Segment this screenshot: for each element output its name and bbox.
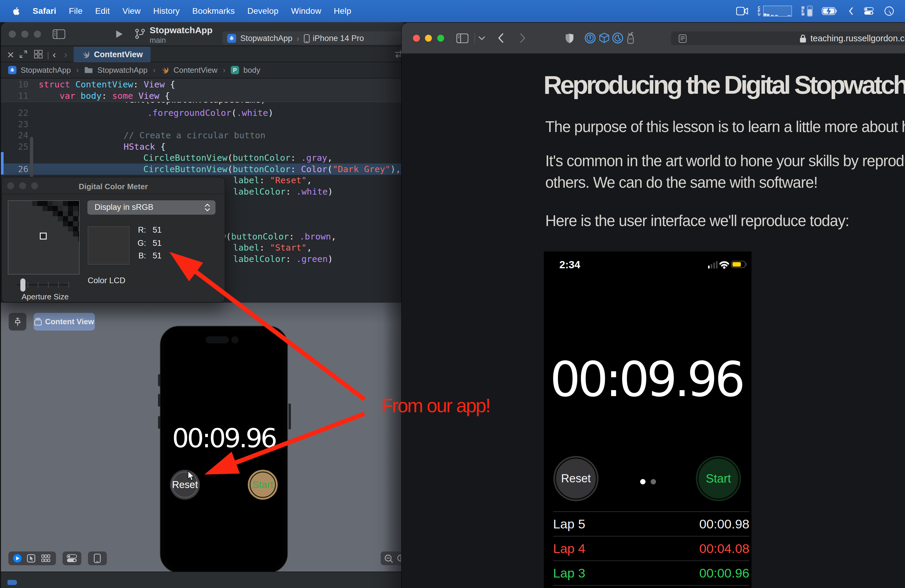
close-button[interactable] [9, 30, 16, 38]
jumpbar-item-file[interactable]: ContentView [173, 65, 218, 75]
safari-sidebar-icon[interactable] [456, 33, 468, 43]
code-line[interactable]: 24// Create a circular button [1, 130, 407, 141]
rgb-label: B: [133, 251, 146, 261]
forward-button[interactable] [519, 33, 526, 43]
lap-time: 00:04.08 [699, 541, 749, 556]
selectable-mode-button[interactable] [27, 554, 35, 563]
onepassword-icon[interactable] [585, 33, 595, 43]
video-camera-icon[interactable] [736, 7, 748, 15]
privacy-shield-icon[interactable] [565, 33, 574, 44]
jumpbar-item-project[interactable]: StopwatchApp [21, 65, 71, 75]
slider-thumb[interactable] [21, 278, 25, 292]
variants-mode-button[interactable] [41, 554, 50, 563]
aperture-size-label: Aperture Size [22, 292, 69, 302]
line-number: 10 [1, 79, 29, 90]
close-tab-icon[interactable]: ✕ [7, 50, 14, 60]
icon-graphic [34, 50, 43, 59]
code-line[interactable]: 11var body: some View { [1, 90, 407, 102]
menu-window[interactable]: Window [291, 6, 321, 16]
menu-file[interactable]: File [69, 6, 83, 16]
minimize-button[interactable] [21, 30, 29, 38]
zoom-out-button[interactable] [384, 554, 393, 563]
scheme-chevron: › [297, 34, 299, 43]
compass-icon[interactable] [884, 6, 894, 16]
menu-bookmarks[interactable]: Bookmarks [192, 6, 235, 16]
page-dot-active[interactable] [640, 479, 646, 485]
stopwatch-start-button[interactable]: Start [696, 456, 741, 501]
breakpoint-badge[interactable] [8, 580, 17, 585]
code-line[interactable]: 23 [1, 119, 407, 130]
icon-graphic [13, 554, 22, 563]
tabbar-divider: | [47, 50, 49, 60]
jumpbar-item-folder[interactable]: StopwatchApp [97, 65, 148, 75]
sidebar-chevron-icon[interactable] [478, 36, 486, 41]
preview-device-button[interactable] [88, 551, 107, 565]
menu-help[interactable]: Help [334, 6, 351, 16]
run-button[interactable] [115, 30, 124, 38]
device-settings-button[interactable] [62, 551, 81, 565]
meter-titlebar-separator [2, 194, 225, 194]
url-display[interactable]: teaching.russellgordon.ca [800, 33, 905, 43]
slider-tick [48, 282, 49, 288]
tab-contentview[interactable]: ContentView [74, 47, 151, 62]
line-number: 22 [1, 107, 29, 119]
code-line[interactable]: 25HStack { [1, 141, 407, 153]
colorspace-dropdown[interactable]: Display in sRGB [87, 200, 216, 215]
back-nav-icon[interactable]: ‹ [53, 49, 56, 60]
branch-icon [135, 28, 145, 40]
grid-icon[interactable] [34, 50, 43, 59]
apple-menu-icon[interactable] [12, 6, 20, 16]
stopwatch-reset-button[interactable]: Reset [553, 456, 599, 501]
noir-moon-icon[interactable] [612, 33, 623, 43]
canvas-start-button[interactable]: Start [248, 470, 278, 500]
safari-minimize-button[interactable] [425, 35, 432, 41]
code-text: labelColor: .green) [233, 253, 333, 265]
safari-zoom-button[interactable] [437, 35, 444, 41]
code-line[interactable]: 22.foregroundColor(.white) [1, 107, 407, 119]
menu-app-name[interactable]: Safari [33, 6, 56, 16]
cpu-meter[interactable]: CPU [758, 6, 792, 16]
lap-time: 00:00.96 [699, 566, 749, 580]
menu-develop[interactable]: Develop [247, 6, 278, 16]
aperture-slider[interactable] [17, 278, 69, 292]
app-project-icon [8, 66, 16, 74]
toolbar-divider [474, 33, 475, 43]
content-view-label: Content View [45, 317, 94, 326]
code-line[interactable]: 10struct ContentView: View { [1, 79, 407, 90]
code-line-selected[interactable]: 26CircleButtonView(buttonColor: Color("D… [1, 164, 407, 175]
page-dot-inactive[interactable] [651, 479, 656, 485]
jumpbar-item-body[interactable]: body [243, 65, 260, 75]
code-token: : [133, 79, 144, 89]
display-name-label: Color LCD [88, 276, 125, 285]
page-paragraph-1: The purpose of this lesson is to learn a… [545, 116, 905, 138]
line-number: 25 [1, 141, 29, 153]
expand-icon[interactable] [19, 50, 28, 59]
back-button[interactable] [497, 33, 504, 43]
chevron-left-icon[interactable] [848, 7, 853, 15]
control-center-icon[interactable] [864, 7, 873, 15]
forward-nav-icon[interactable]: › [64, 49, 67, 60]
mem-meter[interactable]: MEM [802, 6, 813, 16]
menu-edit[interactable]: Edit [95, 6, 110, 16]
menubar-status-area: CPU MEM [736, 0, 905, 22]
menu-history[interactable]: History [153, 6, 180, 16]
battery-charging-icon[interactable] [822, 7, 837, 15]
rgb-g-row: G:51 [133, 238, 172, 248]
slider-tick [68, 282, 69, 288]
menu-view[interactable]: View [122, 6, 141, 16]
zoom-button[interactable] [34, 30, 41, 38]
content-view-pill[interactable]: Content View [33, 313, 95, 331]
scheme-selector[interactable]: StopwatchApp › iPhone 14 Pro [222, 32, 402, 44]
code-token: CircleButtonView [143, 164, 227, 174]
code-line[interactable]: CircleButtonView(buttonColor: .gray, [1, 152, 407, 164]
code-token: ( [226, 231, 231, 242]
pin-button[interactable] [9, 313, 26, 331]
sidebar-toggle-icon[interactable] [53, 29, 65, 39]
rgb-r-row: R:51 [133, 226, 172, 235]
reader-icon[interactable] [679, 35, 686, 43]
spray-bottle-icon[interactable] [627, 32, 635, 44]
live-preview-button[interactable] [13, 554, 22, 563]
safari-close-button[interactable] [413, 35, 420, 41]
cube-extension-icon[interactable] [599, 33, 610, 43]
ui-element: Text(stopwatch.elapsedTime) [1, 102, 407, 105]
